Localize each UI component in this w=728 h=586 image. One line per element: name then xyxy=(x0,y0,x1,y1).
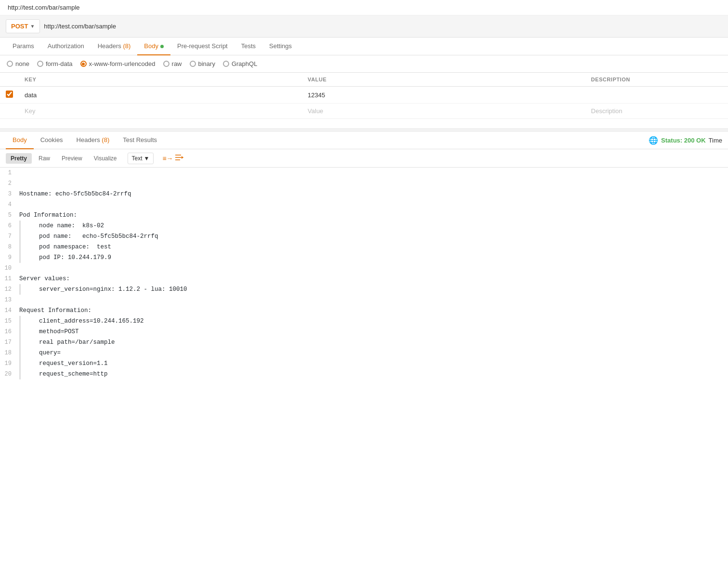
th-description: DESCRIPTION xyxy=(585,73,728,87)
response-tab-test-results[interactable]: Test Results xyxy=(116,131,164,149)
response-body: 1 2 3 Hostname: echo-5fc5b5bc84-2rrfq 4 … xyxy=(0,168,728,379)
code-line: 1 xyxy=(0,168,728,178)
radio-graphql xyxy=(223,61,229,67)
request-tabs: Params Authorization Headers (8) Body Pr… xyxy=(0,38,728,55)
code-line: 13 xyxy=(0,295,728,305)
row1-checkbox[interactable] xyxy=(6,91,13,98)
wrap-lines-icon xyxy=(175,154,184,161)
row2-checkbox-cell xyxy=(0,104,19,119)
top-url-bar: http://test.com/bar/sample xyxy=(0,0,728,15)
row2-value[interactable]: Value xyxy=(302,104,585,119)
format-visualize[interactable]: Visualize xyxy=(89,153,122,164)
code-line: 2 xyxy=(0,178,728,189)
radio-formdata xyxy=(37,61,43,67)
code-line: 20 request_scheme=http xyxy=(0,369,728,379)
radio-raw xyxy=(163,61,169,67)
radio-binary xyxy=(190,61,196,67)
radio-none xyxy=(7,61,13,67)
code-line: 17 real path=/bar/sample xyxy=(0,337,728,348)
code-line: 18 query= xyxy=(0,348,728,358)
tab-settings[interactable]: Settings xyxy=(262,38,299,55)
row2-description[interactable]: Description xyxy=(585,104,728,119)
row1-value[interactable]: 12345 xyxy=(302,87,585,104)
code-line: 6 node name: k8s-02 xyxy=(0,221,728,231)
format-preview[interactable]: Preview xyxy=(57,153,87,164)
response-tab-cookies[interactable]: Cookies xyxy=(34,131,70,149)
body-option-raw[interactable]: raw xyxy=(163,60,182,67)
tab-headers[interactable]: Headers (8) xyxy=(91,38,138,55)
response-tab-body[interactable]: Body xyxy=(6,131,34,149)
table-row: Key Value Description xyxy=(0,104,728,119)
code-line: 12 server_version=nginx: 1.12.2 - lua: 1… xyxy=(0,284,728,295)
tab-authorization[interactable]: Authorization xyxy=(41,38,91,55)
row1-description[interactable] xyxy=(585,87,728,104)
body-option-urlencoded[interactable]: x-www-form-urlencoded xyxy=(80,60,156,67)
code-line: 16 method=POST xyxy=(0,326,728,337)
body-option-binary[interactable]: binary xyxy=(190,60,215,67)
wrap-icon: ≡→ xyxy=(162,155,173,162)
globe-icon: 🌐 xyxy=(649,136,658,145)
tab-body[interactable]: Body xyxy=(137,38,170,55)
method-label: POST xyxy=(11,23,28,30)
body-option-graphql[interactable]: GraphQL xyxy=(223,60,257,67)
code-line: 14 Request Information: xyxy=(0,305,728,316)
tab-prerequest[interactable]: Pre-request Script xyxy=(170,38,234,55)
row1-checkbox-cell[interactable] xyxy=(0,87,19,104)
body-option-none[interactable]: none xyxy=(7,60,29,67)
code-line: 5 Pod Information: xyxy=(0,210,728,221)
code-line: 19 request_version=1.1 xyxy=(0,358,728,369)
response-tabs: Body Cookies Headers (8) Test Results 🌐 … xyxy=(0,131,728,149)
code-line: 9 pod IP: 10.244.179.9 xyxy=(0,252,728,263)
th-value: VALUE xyxy=(302,73,585,87)
body-option-formdata[interactable]: form-data xyxy=(37,60,73,67)
code-line: 10 xyxy=(0,263,728,273)
table-row: data 12345 xyxy=(0,87,728,104)
status-area: 🌐 Status: 200 OK Time xyxy=(649,136,722,145)
request-bar: POST ▼ xyxy=(0,15,728,38)
method-select[interactable]: POST ▼ xyxy=(6,19,40,33)
top-url-text: http://test.com/bar/sample xyxy=(8,4,80,11)
chevron-down-icon: ▼ xyxy=(30,24,35,29)
tab-tests[interactable]: Tests xyxy=(234,38,262,55)
format-pretty[interactable]: Pretty xyxy=(6,153,32,164)
url-input[interactable] xyxy=(44,21,722,32)
kv-table: KEY VALUE DESCRIPTION data 12345 xyxy=(0,73,728,119)
row2-key[interactable]: Key xyxy=(19,104,302,119)
response-tab-headers[interactable]: Headers (8) xyxy=(70,131,117,149)
tab-params[interactable]: Params xyxy=(6,38,41,55)
wrap-toggle-button[interactable]: ≡→ xyxy=(159,152,186,164)
th-key: KEY xyxy=(19,73,302,87)
format-type-selector[interactable]: Text ▼ xyxy=(128,153,154,164)
chevron-down-icon: ▼ xyxy=(144,155,150,162)
code-line: 8 pod namespace: test xyxy=(0,242,728,252)
time-text: Time xyxy=(709,137,722,144)
row1-key[interactable]: data xyxy=(19,87,302,104)
status-text: Status: 200 OK xyxy=(661,137,705,144)
radio-urlencoded xyxy=(80,61,87,67)
code-line: 4 xyxy=(0,199,728,210)
format-bar: Pretty Raw Preview Visualize Text ▼ ≡→ xyxy=(0,149,728,168)
code-line: 11 Server values: xyxy=(0,273,728,284)
code-line: 7 pod name: echo-5fc5b5bc84-2rrfq xyxy=(0,231,728,242)
code-line: 3 Hostname: echo-5fc5b5bc84-2rrfq xyxy=(0,189,728,199)
th-checkbox xyxy=(0,73,19,87)
body-options: none form-data x-www-form-urlencoded raw… xyxy=(0,55,728,73)
format-raw[interactable]: Raw xyxy=(34,153,55,164)
code-line: 15 client_address=10.244.165.192 xyxy=(0,316,728,326)
